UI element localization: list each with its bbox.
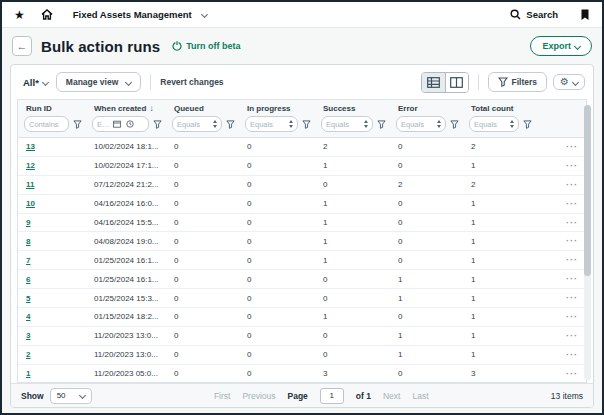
cell-run-id[interactable]: 6 bbox=[18, 275, 86, 284]
revert-changes-button[interactable]: Revert changes bbox=[160, 77, 223, 87]
run-id-link[interactable]: 11 bbox=[26, 180, 34, 189]
row-actions-button[interactable]: ··· bbox=[536, 180, 586, 190]
table-row[interactable]: 1210/02/2024 17:1...00101··· bbox=[18, 157, 586, 176]
column-header-queued[interactable]: Queued bbox=[166, 100, 239, 114]
run-id-link[interactable]: 5 bbox=[26, 294, 30, 303]
run-id-link[interactable]: 10 bbox=[26, 199, 35, 208]
column-header-error[interactable]: Error bbox=[390, 100, 463, 114]
row-actions-button[interactable]: ··· bbox=[536, 369, 586, 379]
table-row[interactable]: 401/15/2024 18:2...00101··· bbox=[18, 308, 586, 327]
last-page-button[interactable]: Last bbox=[412, 391, 428, 401]
row-actions-button[interactable]: ··· bbox=[536, 331, 586, 341]
home-icon[interactable] bbox=[41, 9, 53, 20]
cell-run-id[interactable]: 5 bbox=[18, 294, 86, 303]
column-header-run-id[interactable]: Run ID bbox=[18, 100, 86, 114]
cell-when-created: 04/16/2024 15:5... bbox=[86, 218, 166, 227]
cell-run-id[interactable]: 3 bbox=[18, 331, 86, 340]
row-actions-button[interactable]: ··· bbox=[536, 236, 586, 246]
table-row[interactable]: 904/16/2024 15:5...00101··· bbox=[18, 214, 586, 233]
filter-funnel-icon[interactable] bbox=[153, 120, 162, 129]
run-id-link[interactable]: 13 bbox=[26, 142, 35, 151]
filter-funnel-icon[interactable] bbox=[377, 120, 386, 129]
row-actions-button[interactable]: ··· bbox=[536, 293, 586, 303]
search-button[interactable]: Search bbox=[510, 9, 558, 20]
filter-control-error[interactable]: Equals bbox=[396, 116, 446, 132]
filter-funnel-icon[interactable] bbox=[523, 120, 532, 129]
row-actions-button[interactable]: ··· bbox=[536, 142, 586, 152]
column-header-success[interactable]: Success bbox=[315, 100, 390, 114]
row-actions-button[interactable]: ··· bbox=[536, 199, 586, 209]
manage-view-button[interactable]: Manage view bbox=[56, 72, 141, 92]
next-page-button[interactable]: Next bbox=[383, 391, 400, 401]
previous-page-button[interactable]: Previous bbox=[242, 391, 275, 401]
run-id-link[interactable]: 2 bbox=[26, 350, 30, 359]
run-id-link[interactable]: 8 bbox=[26, 237, 30, 246]
clock-icon[interactable] bbox=[126, 120, 134, 128]
vertical-scrollbar[interactable] bbox=[584, 105, 591, 380]
board-view-button[interactable] bbox=[445, 73, 468, 92]
cell-run-id[interactable]: 7 bbox=[18, 256, 86, 265]
cell-run-id[interactable]: 9 bbox=[18, 218, 86, 227]
filter-funnel-icon[interactable] bbox=[450, 120, 459, 129]
table-row[interactable]: 1004/16/2024 16:0...00101··· bbox=[18, 195, 586, 214]
cell-run-id[interactable]: 1 bbox=[18, 369, 86, 378]
table-row[interactable]: 701/25/2024 16:1...00101··· bbox=[18, 251, 586, 270]
filter-control-success[interactable]: Equals bbox=[321, 116, 373, 132]
cell-run-id[interactable]: 8 bbox=[18, 237, 86, 246]
filter-control-when-created[interactable]: Equals bbox=[92, 116, 149, 132]
run-id-link[interactable]: 7 bbox=[26, 256, 30, 265]
column-header-total-count[interactable]: Total count bbox=[463, 100, 536, 114]
row-actions-button[interactable]: ··· bbox=[536, 255, 586, 265]
table-row[interactable]: 804/08/2024 19:0...00101··· bbox=[18, 232, 586, 251]
run-id-link[interactable]: 9 bbox=[26, 218, 30, 227]
page-size-select[interactable]: 50 bbox=[50, 388, 92, 404]
run-id-link[interactable]: 12 bbox=[26, 161, 35, 170]
filter-control-in-progress[interactable]: Equals bbox=[245, 116, 298, 132]
run-id-link[interactable]: 1 bbox=[26, 369, 30, 378]
cell-run-id[interactable]: 11 bbox=[18, 180, 86, 189]
first-page-button[interactable]: First bbox=[214, 391, 231, 401]
bookmark-icon[interactable] bbox=[580, 9, 590, 21]
filter-funnel-icon[interactable] bbox=[226, 120, 235, 129]
filter-funnel-icon[interactable] bbox=[302, 120, 311, 129]
row-actions-button[interactable]: ··· bbox=[536, 350, 586, 360]
scrollbar-thumb[interactable] bbox=[584, 105, 591, 276]
export-button[interactable]: Export bbox=[530, 36, 592, 56]
table-row[interactable]: 1107/12/2024 21:2...00022··· bbox=[18, 176, 586, 195]
row-actions-button[interactable]: ··· bbox=[536, 218, 586, 228]
view-selector[interactable]: All* bbox=[23, 77, 48, 88]
cell-run-id[interactable]: 12 bbox=[18, 161, 86, 170]
row-actions-button[interactable]: ··· bbox=[536, 312, 586, 322]
cell-run-id[interactable]: 13 bbox=[18, 142, 86, 151]
column-header-in-progress[interactable]: In progress bbox=[239, 100, 315, 114]
table-row[interactable]: 1310/02/2024 18:1...00202··· bbox=[18, 138, 586, 157]
filter-control-total-count[interactable]: Equals bbox=[469, 116, 519, 132]
settings-button[interactable]: ⚙ bbox=[553, 74, 585, 90]
filter-input-run-id[interactable] bbox=[29, 120, 64, 129]
star-icon[interactable]: ★ bbox=[14, 9, 25, 21]
turn-off-beta-button[interactable]: Turn off beta bbox=[172, 41, 240, 51]
page-number-input[interactable] bbox=[320, 388, 344, 404]
run-id-link[interactable]: 3 bbox=[26, 331, 30, 340]
table-row[interactable]: 111/20/2023 05:0...00303··· bbox=[18, 365, 586, 382]
cell-run-id[interactable]: 10 bbox=[18, 199, 86, 208]
calendar-icon[interactable] bbox=[113, 120, 121, 128]
table-row[interactable]: 501/25/2024 15:3...00011··· bbox=[18, 289, 586, 308]
back-button[interactable]: ← bbox=[12, 36, 32, 56]
row-actions-button[interactable]: ··· bbox=[536, 274, 586, 284]
filter-control-queued[interactable]: Equals bbox=[172, 116, 222, 132]
run-id-link[interactable]: 4 bbox=[26, 312, 30, 321]
table-row[interactable]: 601/25/2024 16:1...00011··· bbox=[18, 270, 586, 289]
table-row[interactable]: 311/20/2023 13:0...00011··· bbox=[18, 327, 586, 346]
cell-run-id[interactable]: 4 bbox=[18, 312, 86, 321]
filter-funnel-icon[interactable] bbox=[73, 120, 82, 129]
table-view-button[interactable] bbox=[422, 73, 445, 92]
run-id-link[interactable]: 6 bbox=[26, 275, 30, 284]
cell-run-id[interactable]: 2 bbox=[18, 350, 86, 359]
filter-control-run-id[interactable] bbox=[24, 116, 69, 132]
chevron-down-icon[interactable] bbox=[201, 11, 208, 18]
table-row[interactable]: 211/20/2023 13:0...00011··· bbox=[18, 346, 586, 365]
column-header-when-created[interactable]: When created↓ bbox=[86, 100, 166, 114]
filters-button[interactable]: Filters bbox=[488, 72, 548, 92]
row-actions-button[interactable]: ··· bbox=[536, 161, 586, 171]
